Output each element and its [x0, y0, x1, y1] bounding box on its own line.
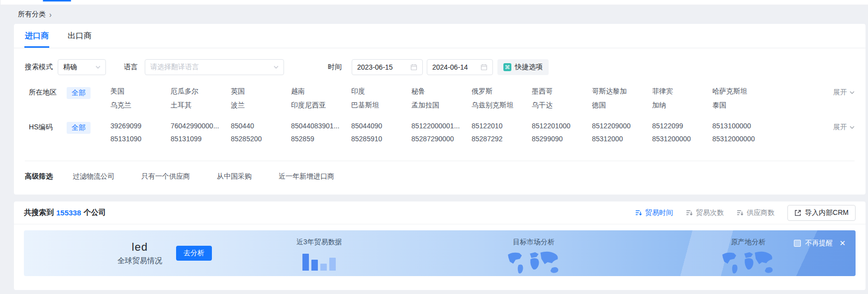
breadcrumb[interactable]: 所有分类 › [18, 10, 52, 19]
region-label: 所在地区 [25, 87, 67, 97]
region-item[interactable]: 越南 [291, 87, 351, 96]
export-icon [794, 209, 801, 216]
region-item[interactable]: 乌兹别克斯坦 [472, 101, 532, 110]
hs-code-item[interactable]: 76042990000... [171, 122, 231, 130]
hs-code-item[interactable]: 85122099 [652, 122, 712, 130]
hs-code-item[interactable]: 85044090 [351, 122, 411, 130]
hs-code-item[interactable]: 85131099 [171, 135, 231, 143]
world-map-icon [719, 251, 777, 275]
region-item[interactable]: 菲律宾 [652, 87, 712, 96]
hs-code-item[interactable]: 85285910 [351, 135, 411, 143]
banner-keyword-block: led 全球贸易情况 去分析 [24, 230, 212, 276]
date-start-input[interactable]: 2023-06-15 [352, 59, 423, 75]
region-item[interactable]: 乌克兰 [110, 101, 171, 110]
expand-label: 展开 [833, 88, 847, 97]
sort-icon [737, 209, 744, 216]
region-item[interactable]: 孟加拉国 [411, 101, 472, 110]
hs-code-item[interactable]: 85122000001... [411, 122, 472, 130]
advanced-filter-option[interactable]: 只有一个供应商 [141, 172, 190, 180]
sort-icon [635, 209, 642, 216]
sort-trade-time[interactable]: 贸易时间 [635, 208, 673, 217]
sort-options: 贸易时间贸易次数供应商数 [622, 208, 774, 217]
hs-code-item[interactable]: 852859 [291, 135, 351, 143]
date-end-input[interactable]: 2024-06-14 [427, 59, 493, 75]
region-item[interactable]: 印度 [351, 87, 411, 96]
chevron-down-icon [850, 126, 855, 129]
hs-code-item[interactable]: 85122010 [472, 122, 532, 130]
banner-section-trade-data: 近3年贸易数据 [212, 230, 426, 276]
hs-code-item[interactable]: 85131090 [110, 135, 171, 143]
sort-supplier-count[interactable]: 供应商数 [737, 208, 774, 217]
hs-code-item[interactable]: 8531200000 [652, 135, 712, 143]
quick-options-button[interactable]: ⌘ 快捷选项 [497, 59, 549, 75]
region-expand-button[interactable]: 展开 [824, 87, 855, 97]
tab-exporters[interactable]: 出口商 [68, 24, 92, 48]
hs-code-item[interactable]: 85312000 [592, 135, 652, 143]
banner-sections: 近3年贸易数据 目标市场分析 原产地分析 [212, 230, 856, 276]
dismiss-checkbox[interactable] [794, 240, 801, 247]
tab-importers-label: 进口商 [25, 31, 49, 40]
region-item[interactable]: 英国 [231, 87, 291, 96]
language-select[interactable]: 请选择翻译语言 [145, 59, 284, 75]
region-row: 乌克兰土耳其波兰印度尼西亚巴基斯坦孟加拉国乌兹别克斯坦乌干达德国加纳泰国 [110, 101, 824, 110]
hs-all-badge[interactable]: 全部 [67, 122, 91, 134]
breadcrumb-label: 所有分类 [18, 10, 46, 19]
region-item[interactable]: 哥斯达黎加 [592, 87, 652, 96]
region-item[interactable]: 哈萨克斯坦 [712, 87, 772, 96]
hs-code-item[interactable]: 39269099 [110, 122, 171, 130]
results-suffix: 个公司 [84, 208, 106, 217]
search-mode-select[interactable]: 精确 [58, 59, 106, 75]
import-crm-button[interactable]: 导入内部CRM [787, 205, 856, 221]
hs-code-item[interactable]: 85287292 [472, 135, 532, 143]
region-item[interactable]: 加纳 [652, 101, 712, 110]
region-item[interactable]: 乌干达 [532, 101, 592, 110]
dismiss-control: 不再提醒 ✕ [794, 239, 846, 248]
region-item[interactable]: 泰国 [712, 101, 772, 110]
region-item[interactable]: 巴基斯坦 [351, 101, 411, 110]
hs-code-item[interactable]: 8512209000 [592, 122, 652, 130]
page: 所有分类 › 进口商 出口商 搜索模式 精确 语言 请选择翻译语言 时间 202… [0, 0, 868, 290]
language-placeholder: 请选择翻译语言 [150, 63, 199, 72]
sort-label: 贸易次数 [696, 208, 724, 217]
region-item[interactable]: 波兰 [231, 101, 291, 110]
hs-code-item[interactable]: 850440 [231, 122, 291, 130]
chart-bar [311, 260, 318, 271]
hs-code-item[interactable]: 85312000000 [712, 135, 772, 143]
region-item[interactable]: 土耳其 [171, 101, 231, 110]
hs-code-item[interactable]: 8513100000 [712, 122, 772, 130]
hs-code-item[interactable]: 85299090 [532, 135, 592, 143]
region-all-badge[interactable]: 全部 [67, 87, 91, 99]
advanced-filter-option[interactable]: 过滤物流公司 [73, 172, 114, 180]
hs-code-item[interactable]: 85287290000 [411, 135, 472, 143]
results-prefix: 共搜索到 [24, 208, 54, 217]
quick-options-label: 快捷选项 [515, 63, 543, 72]
region-item[interactable]: 秘鲁 [411, 87, 472, 96]
hs-expand-button[interactable]: 展开 [824, 122, 855, 132]
region-item[interactable]: 印度尼西亚 [291, 101, 351, 110]
analyze-button[interactable]: 去分析 [176, 246, 212, 261]
chart-bar [320, 264, 327, 271]
region-row: 美国厄瓜多尔英国越南印度秘鲁俄罗斯墨西哥哥斯达黎加菲律宾哈萨克斯坦 [110, 87, 824, 96]
advanced-filter-option[interactable]: 近一年新增进口商 [279, 172, 334, 180]
region-item[interactable]: 厄瓜多尔 [171, 87, 231, 96]
region-item[interactable]: 德国 [592, 101, 652, 110]
sort-trade-count[interactable]: 贸易次数 [686, 208, 724, 217]
results-count[interactable]: 155338 [56, 208, 81, 217]
hs-code-item[interactable]: 8512201000 [532, 122, 592, 130]
breadcrumb-row: 所有分类 › [0, 5, 868, 24]
search-mode-value: 精确 [63, 63, 77, 72]
region-item[interactable]: 美国 [110, 87, 171, 96]
region-item[interactable]: 墨西哥 [532, 87, 592, 96]
top-tab-strip [0, 0, 868, 5]
advanced-filter-row: 高级筛选 过滤物流公司只有一个供应商从中国采购近一年新增进口商 [14, 161, 866, 195]
tab-importers[interactable]: 进口商 [25, 24, 49, 48]
advanced-filter-option[interactable]: 从中国采购 [217, 172, 252, 180]
hs-code-item[interactable]: 85044083901... [291, 122, 351, 130]
close-icon[interactable]: ✕ [839, 239, 846, 248]
region-item[interactable]: 俄罗斯 [472, 87, 532, 96]
time-label: 时间 [328, 63, 342, 72]
dismiss-label[interactable]: 不再提醒 [805, 239, 833, 248]
hs-code-item[interactable]: 85285200 [231, 135, 291, 143]
chevron-down-icon [274, 66, 279, 69]
advanced-filter-label: 高级筛选 [25, 172, 53, 181]
